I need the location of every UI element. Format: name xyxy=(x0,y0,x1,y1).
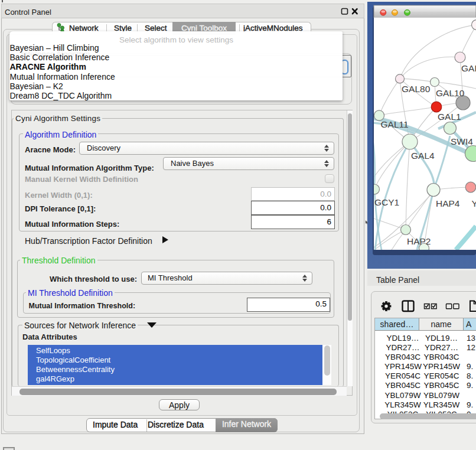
svg-text:GCY1: GCY1 xyxy=(374,197,399,207)
svg-text:YJ: YJ xyxy=(472,198,476,208)
svg-text:GAL7: GAL7 xyxy=(461,63,476,73)
svg-text:SWI4: SWI4 xyxy=(451,136,473,146)
svg-text:GAL10: GAL10 xyxy=(436,88,465,98)
svg-text:GAL1: GAL1 xyxy=(438,112,461,122)
svg-text:HAP4: HAP4 xyxy=(436,198,460,208)
svg-text:GAL4: GAL4 xyxy=(411,151,435,161)
svg-text:GAL11: GAL11 xyxy=(381,119,409,129)
svg-text:HAP2: HAP2 xyxy=(407,236,431,246)
svg-text:GAL80: GAL80 xyxy=(402,84,431,94)
